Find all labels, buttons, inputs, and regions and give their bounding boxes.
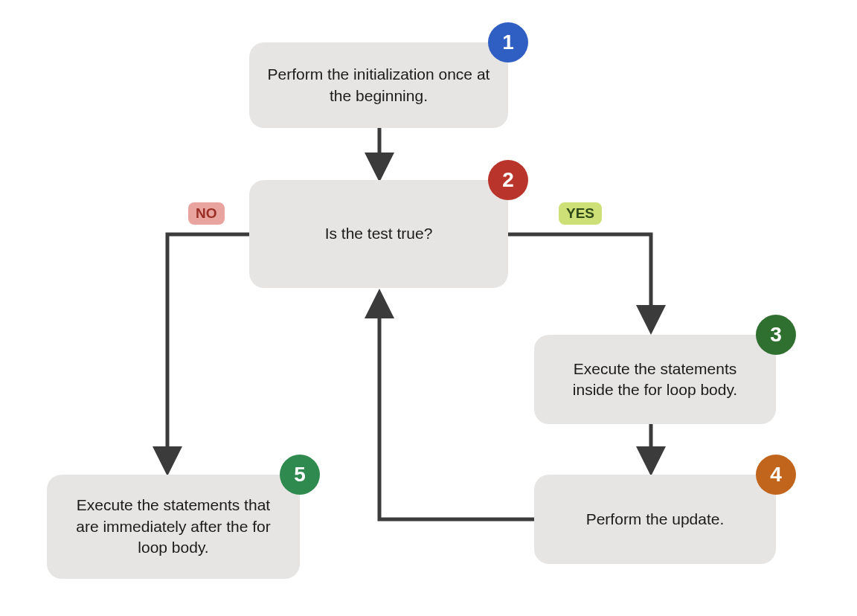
node-after-loop: Execute the statements that are immediat… [47,475,300,579]
badge-1: 1 [488,22,528,62]
node-text: Execute the statements that are immediat… [65,495,282,558]
badge-number: 3 [770,323,782,347]
badge-2: 2 [488,160,528,200]
badge-5: 5 [280,455,320,495]
node-text: Is the test true? [325,223,433,244]
node-test: Is the test true? [249,180,508,288]
node-text: Perform the initialization once at the b… [267,64,490,106]
node-text: Execute the statements inside the for lo… [552,359,758,401]
badge-3: 3 [756,315,796,355]
node-text: Perform the update. [586,509,725,530]
badge-number: 4 [770,463,782,487]
node-initialization: Perform the initialization once at the b… [249,42,508,128]
label-yes: YES [559,202,602,225]
badge-number: 2 [502,168,514,192]
node-body: Execute the statements inside the for lo… [534,335,776,424]
label-no: NO [188,202,225,225]
badge-4: 4 [756,455,796,495]
badge-number: 1 [502,31,514,54]
badge-number: 5 [294,463,306,487]
node-update: Perform the update. [534,475,776,564]
